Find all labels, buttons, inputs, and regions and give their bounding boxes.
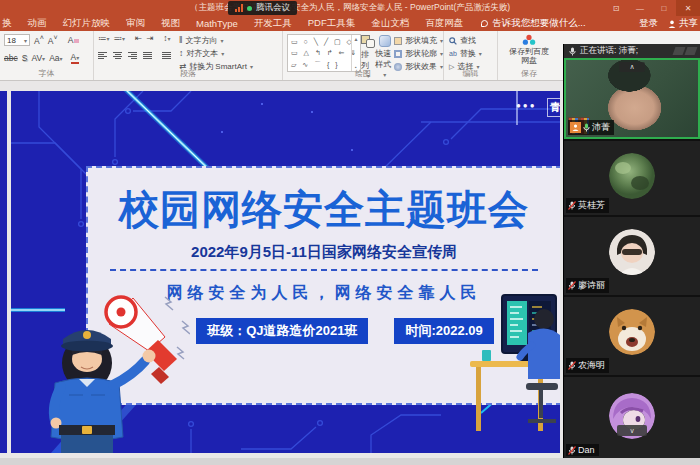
- tell-me-search[interactable]: 告诉我您想要做什么...: [471, 17, 595, 30]
- participant-name-tag: 沛菁: [568, 120, 614, 135]
- menu-tab-baidu-netdisk[interactable]: 百度网盘: [417, 17, 471, 30]
- text-direction-button[interactable]: ‖ 文字方向▾: [179, 34, 253, 47]
- share-button[interactable]: 共享: [668, 17, 698, 30]
- menu-tab-animations[interactable]: 动画: [20, 17, 55, 30]
- mic-muted-icon: [568, 446, 576, 455]
- slide-subtitle: 2022年9月5日-11日国家网络安全宣传周: [88, 243, 560, 262]
- mic-muted-icon: [568, 361, 576, 370]
- menu-tab-view[interactable]: 视图: [153, 17, 188, 30]
- mic-on-icon: [583, 123, 590, 132]
- quick-styles-icon: [379, 35, 391, 47]
- slide-title: 校园网络安全主题班会: [88, 182, 560, 237]
- mic-muted-icon: [568, 281, 576, 290]
- participant-name-tag: Dan: [566, 444, 599, 456]
- video-tile-dan[interactable]: ∨ Dan: [564, 375, 700, 458]
- ribbon-group-paragraph: ≔▾ ≕▾ ⇤ ⇥ ↕▾: [94, 31, 283, 80]
- tencent-meeting-mini-bar[interactable]: 腾讯会议: [228, 1, 297, 15]
- text-shadow-button[interactable]: S: [22, 54, 28, 63]
- line-spacing-button[interactable]: ↕▾: [163, 34, 170, 43]
- paragraph-group-label: 段落: [94, 68, 282, 79]
- title-bar: （主题班会学习课件）网络安全为人民，网络安全靠人民 - PowerPoint(产…: [0, 0, 700, 16]
- columns-button[interactable]: [162, 52, 171, 59]
- find-button[interactable]: 查找: [449, 34, 497, 47]
- menu-tab-developer[interactable]: 开发工具: [246, 17, 300, 30]
- shapes-gallery[interactable]: ▭ ○ ╲ ╱ ▢ ◇ ▭ △ ↰ ↱ ⇐ ⇓ ▱ ∿ ⌒ { } ▲ ▪: [287, 34, 361, 72]
- slide-dots-decoration: ●●●: [516, 101, 537, 110]
- slide-pane-sliver[interactable]: [0, 91, 7, 453]
- window-controls: ⊡ — □ ✕: [604, 0, 700, 16]
- font-size-input[interactable]: 18 ▾: [4, 34, 30, 46]
- menu-tab-kingsoft-docs[interactable]: 金山文档: [363, 17, 417, 30]
- change-case-button[interactable]: Aa▾: [49, 54, 62, 63]
- close-button[interactable]: ✕: [676, 0, 700, 16]
- meeting-app-name: 腾讯会议: [256, 2, 290, 14]
- menu-tab-transitions[interactable]: 换: [0, 17, 20, 30]
- collapse-video-button[interactable]: ∧: [619, 62, 645, 72]
- shape-outline-button[interactable]: 形状轮廓▾: [394, 47, 443, 60]
- ribbon-options-button[interactable]: ⊡: [604, 0, 628, 16]
- menu-tab-pdf-tools[interactable]: PDF工具集: [300, 17, 364, 30]
- shrink-font-button[interactable]: A˅: [48, 35, 58, 45]
- shape-row: ▭ △ ↰ ↱ ⇐ ⇓: [291, 49, 350, 56]
- character-spacing-button[interactable]: AV▾: [31, 54, 45, 63]
- align-center-button[interactable]: [113, 52, 122, 59]
- menu-tab-slideshow[interactable]: 幻灯片放映: [55, 17, 119, 30]
- align-left-button[interactable]: [98, 52, 107, 59]
- menu-bar-right: 登录 共享: [639, 17, 700, 30]
- video-tile-nonghaiming[interactable]: 农海明: [564, 295, 700, 375]
- slide-canvas[interactable]: ●●● 青 校园网络安全主题班会 2022年9月5日-11日国家网络安全宣传周 …: [11, 91, 560, 453]
- ribbon-group-editing: 查找 ab 替换▾ ▷ 选择▾ 编辑: [444, 31, 498, 80]
- justify-button[interactable]: [143, 52, 152, 59]
- participant-name-tag: 廖诗丽: [566, 278, 609, 293]
- save-to-baidu-button[interactable]: 保存到百度网盘: [498, 31, 560, 65]
- replace-button[interactable]: ab 替换▾: [449, 47, 497, 60]
- bullets-button[interactable]: ≔▾: [98, 34, 110, 43]
- participant-name: 莫桂芳: [578, 199, 605, 212]
- police-officer-illustration: [25, 285, 190, 453]
- slide-corner-badge: 青: [547, 98, 560, 117]
- minimize-button[interactable]: —: [628, 0, 652, 16]
- microphone-icon: [569, 47, 576, 56]
- editing-group-label: 编辑: [444, 68, 497, 79]
- numbering-button[interactable]: ≕▾: [114, 34, 126, 43]
- menu-tab-review[interactable]: 审阅: [118, 17, 153, 30]
- meeting-sidebar: 正在讲话: 沛菁; ∧ 沛菁: [563, 44, 700, 458]
- increase-indent-button[interactable]: ⇥: [146, 34, 153, 43]
- shape-row: ▭ ○ ╲ ╱ ▢ ◇: [291, 38, 350, 45]
- meeting-logo-watermark: [674, 47, 696, 55]
- clear-formatting-button[interactable]: A: [68, 36, 80, 45]
- align-right-button[interactable]: [128, 52, 137, 59]
- scroll-up-icon[interactable]: ▲: [354, 36, 359, 42]
- align-text-button[interactable]: ↕ 对齐文本▾: [179, 47, 253, 60]
- shape-fill-button[interactable]: 形状填充▾: [394, 34, 443, 47]
- meeting-status-header: 正在讲话: 沛菁;: [564, 44, 700, 58]
- meeting-live-dot-icon: [247, 6, 252, 11]
- video-tile-peijing[interactable]: ∧ 沛菁: [564, 58, 700, 139]
- video-tile-liaoshili[interactable]: 廖诗丽: [564, 215, 700, 295]
- expand-participants-button[interactable]: ∨: [617, 425, 647, 436]
- participant-name: 农海明: [578, 359, 605, 372]
- ribbon-group-save: 保存到百度网盘 保存: [498, 31, 560, 80]
- avatar-child-sunglasses: [609, 229, 655, 275]
- font-color-button[interactable]: A▾: [71, 53, 80, 64]
- maximize-button[interactable]: □: [652, 0, 676, 16]
- video-tile-moguifang[interactable]: 莫桂芳: [564, 139, 700, 215]
- login-button[interactable]: 登录: [639, 17, 658, 30]
- dashed-divider: [110, 269, 538, 271]
- person-icon: [668, 20, 676, 28]
- ribbon-group-drawing: ▭ ○ ╲ ╱ ▢ ◇ ▭ △ ↰ ↱ ⇐ ⇓ ▱ ∿ ⌒ { } ▲ ▪ 排列…: [283, 31, 444, 80]
- decrease-indent-button[interactable]: ⇤: [135, 34, 142, 43]
- avatar-shiba-dog: [609, 309, 655, 355]
- grow-font-button[interactable]: A˄: [34, 35, 44, 45]
- ribbon-group-font: 18 ▾ A˄ A˅ A abc S AV▾ Aa▾ A▾ 字体: [0, 31, 94, 80]
- host-badge-icon: [570, 122, 581, 133]
- window-bottom-edge: [0, 458, 700, 465]
- shapes-gallery-scrollbar[interactable]: ▲ ▪: [351, 35, 360, 71]
- search-icon: [449, 37, 457, 45]
- shape-fill-icon: [394, 37, 402, 45]
- participant-name-tag: 莫桂芳: [566, 198, 609, 213]
- strikethrough-button[interactable]: abc: [4, 54, 18, 63]
- save-group-label: 保存: [498, 68, 560, 79]
- menu-tab-mathtype[interactable]: MathType: [188, 18, 246, 29]
- save-to-baidu-label: 保存到百度网盘: [508, 47, 550, 65]
